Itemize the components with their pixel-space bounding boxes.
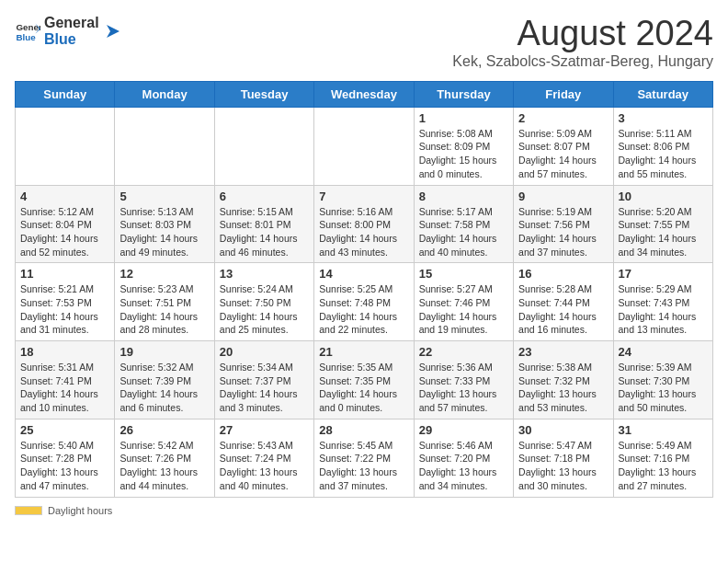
calendar-header-row: SundayMondayTuesdayWednesdayThursdayFrid… xyxy=(16,81,713,107)
page-header: General Blue General Blue August 2024 Ke… xyxy=(15,15,713,70)
day-info: Sunrise: 5:34 AMSunset: 7:37 PMDaylight:… xyxy=(220,361,309,415)
calendar-cell: 10Sunrise: 5:20 AMSunset: 7:55 PMDayligh… xyxy=(613,185,712,263)
calendar-cell xyxy=(115,107,214,185)
calendar-cell: 24Sunrise: 5:39 AMSunset: 7:30 PMDayligh… xyxy=(613,341,712,419)
day-info: Sunrise: 5:23 AMSunset: 7:51 PMDaylight:… xyxy=(119,282,209,337)
day-number: 17 xyxy=(619,267,708,281)
calendar-cell: 29Sunrise: 5:46 AMSunset: 7:20 PMDayligh… xyxy=(414,419,513,497)
calendar-cell: 16Sunrise: 5:28 AMSunset: 7:44 PMDayligh… xyxy=(514,263,613,341)
day-info: Sunrise: 5:13 AMSunset: 8:03 PMDaylight:… xyxy=(119,205,209,259)
svg-marker-3 xyxy=(107,25,119,38)
logo-general-text: General xyxy=(44,15,99,31)
day-info: Sunrise: 5:16 AMSunset: 8:00 PMDaylight:… xyxy=(319,205,408,259)
day-info: Sunrise: 5:35 AMSunset: 7:35 PMDaylight:… xyxy=(319,361,408,415)
day-number: 4 xyxy=(20,190,109,203)
day-info: Sunrise: 5:09 AMSunset: 8:07 PMDaylight:… xyxy=(518,127,608,181)
day-number: 3 xyxy=(619,111,708,125)
calendar-day-header: Monday xyxy=(115,81,214,107)
day-number: 14 xyxy=(319,267,408,281)
calendar-cell xyxy=(16,107,115,185)
calendar-cell: 11Sunrise: 5:21 AMSunset: 7:53 PMDayligh… xyxy=(16,263,115,341)
day-info: Sunrise: 5:43 AMSunset: 7:24 PMDaylight:… xyxy=(220,439,309,493)
calendar-cell: 22Sunrise: 5:36 AMSunset: 7:33 PMDayligh… xyxy=(414,341,513,419)
calendar-week-row: 11Sunrise: 5:21 AMSunset: 7:53 PMDayligh… xyxy=(16,263,713,341)
day-number: 11 xyxy=(20,267,109,281)
calendar-cell: 6Sunrise: 5:15 AMSunset: 8:01 PMDaylight… xyxy=(214,185,313,263)
daylight-label: Daylight hours xyxy=(48,505,112,516)
day-number: 29 xyxy=(419,423,508,437)
day-number: 10 xyxy=(619,190,708,203)
day-info: Sunrise: 5:17 AMSunset: 7:58 PMDaylight:… xyxy=(419,205,508,259)
day-number: 23 xyxy=(518,345,608,359)
day-info: Sunrise: 5:25 AMSunset: 7:48 PMDaylight:… xyxy=(319,282,408,337)
calendar-cell: 20Sunrise: 5:34 AMSunset: 7:37 PMDayligh… xyxy=(214,341,313,419)
day-info: Sunrise: 5:19 AMSunset: 7:56 PMDaylight:… xyxy=(518,205,608,259)
calendar-cell: 8Sunrise: 5:17 AMSunset: 7:58 PMDaylight… xyxy=(414,185,513,263)
svg-text:Blue: Blue xyxy=(16,31,36,41)
calendar-day-header: Saturday xyxy=(613,81,712,107)
day-info: Sunrise: 5:49 AMSunset: 7:16 PMDaylight:… xyxy=(619,439,708,493)
day-number: 2 xyxy=(518,111,608,125)
calendar-day-header: Tuesday xyxy=(214,81,313,107)
calendar-cell xyxy=(214,107,313,185)
day-number: 18 xyxy=(20,345,109,359)
calendar-day-header: Wednesday xyxy=(314,81,414,107)
day-number: 20 xyxy=(220,345,309,359)
calendar-day-header: Sunday xyxy=(16,81,115,107)
day-info: Sunrise: 5:46 AMSunset: 7:20 PMDaylight:… xyxy=(419,439,508,493)
day-number: 24 xyxy=(619,345,708,359)
day-number: 22 xyxy=(419,345,508,359)
page-title: August 2024 xyxy=(452,15,713,53)
calendar-cell: 15Sunrise: 5:27 AMSunset: 7:46 PMDayligh… xyxy=(414,263,513,341)
day-number: 28 xyxy=(319,423,408,437)
calendar-cell: 23Sunrise: 5:38 AMSunset: 7:32 PMDayligh… xyxy=(514,341,613,419)
day-info: Sunrise: 5:24 AMSunset: 7:50 PMDaylight:… xyxy=(220,282,309,337)
day-number: 12 xyxy=(119,267,209,281)
calendar-cell: 31Sunrise: 5:49 AMSunset: 7:16 PMDayligh… xyxy=(613,419,712,497)
day-number: 25 xyxy=(20,423,109,437)
footer-note: Daylight hours xyxy=(15,505,713,516)
day-number: 8 xyxy=(419,190,508,203)
day-info: Sunrise: 5:11 AMSunset: 8:06 PMDaylight:… xyxy=(619,127,708,181)
calendar-cell xyxy=(314,107,414,185)
calendar-cell: 25Sunrise: 5:40 AMSunset: 7:28 PMDayligh… xyxy=(16,419,115,497)
day-info: Sunrise: 5:32 AMSunset: 7:39 PMDaylight:… xyxy=(119,361,209,415)
calendar-cell: 5Sunrise: 5:13 AMSunset: 8:03 PMDaylight… xyxy=(115,185,214,263)
calendar-cell: 18Sunrise: 5:31 AMSunset: 7:41 PMDayligh… xyxy=(16,341,115,419)
day-number: 5 xyxy=(119,190,209,203)
calendar-week-row: 1Sunrise: 5:08 AMSunset: 8:09 PMDaylight… xyxy=(16,107,713,185)
calendar-cell: 7Sunrise: 5:16 AMSunset: 8:00 PMDaylight… xyxy=(314,185,414,263)
calendar-week-row: 18Sunrise: 5:31 AMSunset: 7:41 PMDayligh… xyxy=(16,341,713,419)
day-info: Sunrise: 5:42 AMSunset: 7:26 PMDaylight:… xyxy=(119,439,209,493)
day-number: 15 xyxy=(419,267,508,281)
calendar-cell: 21Sunrise: 5:35 AMSunset: 7:35 PMDayligh… xyxy=(314,341,414,419)
calendar-cell: 2Sunrise: 5:09 AMSunset: 8:07 PMDaylight… xyxy=(514,107,613,185)
day-info: Sunrise: 5:45 AMSunset: 7:22 PMDaylight:… xyxy=(319,439,408,493)
daylight-bar-icon xyxy=(15,506,42,515)
day-info: Sunrise: 5:29 AMSunset: 7:43 PMDaylight:… xyxy=(619,282,708,337)
day-info: Sunrise: 5:28 AMSunset: 7:44 PMDaylight:… xyxy=(518,282,608,337)
day-number: 31 xyxy=(619,423,708,437)
day-number: 27 xyxy=(220,423,309,437)
calendar-cell: 30Sunrise: 5:47 AMSunset: 7:18 PMDayligh… xyxy=(514,419,613,497)
day-number: 13 xyxy=(220,267,309,281)
calendar-cell: 4Sunrise: 5:12 AMSunset: 8:04 PMDaylight… xyxy=(16,185,115,263)
day-info: Sunrise: 5:40 AMSunset: 7:28 PMDaylight:… xyxy=(20,439,109,493)
day-number: 7 xyxy=(319,190,408,203)
day-info: Sunrise: 5:36 AMSunset: 7:33 PMDaylight:… xyxy=(419,361,508,415)
day-number: 6 xyxy=(220,190,309,203)
day-info: Sunrise: 5:20 AMSunset: 7:55 PMDaylight:… xyxy=(619,205,708,259)
day-number: 30 xyxy=(518,423,608,437)
calendar-table: SundayMondayTuesdayWednesdayThursdayFrid… xyxy=(15,81,713,498)
day-number: 16 xyxy=(518,267,608,281)
calendar-cell: 3Sunrise: 5:11 AMSunset: 8:06 PMDaylight… xyxy=(613,107,712,185)
day-info: Sunrise: 5:47 AMSunset: 7:18 PMDaylight:… xyxy=(518,439,608,493)
calendar-cell: 13Sunrise: 5:24 AMSunset: 7:50 PMDayligh… xyxy=(214,263,313,341)
logo-arrow-icon xyxy=(103,21,123,41)
calendar-cell: 17Sunrise: 5:29 AMSunset: 7:43 PMDayligh… xyxy=(613,263,712,341)
day-number: 21 xyxy=(319,345,408,359)
day-info: Sunrise: 5:21 AMSunset: 7:53 PMDaylight:… xyxy=(20,282,109,337)
calendar-week-row: 4Sunrise: 5:12 AMSunset: 8:04 PMDaylight… xyxy=(16,185,713,263)
calendar-cell: 1Sunrise: 5:08 AMSunset: 8:09 PMDaylight… xyxy=(414,107,513,185)
day-number: 1 xyxy=(419,111,508,125)
